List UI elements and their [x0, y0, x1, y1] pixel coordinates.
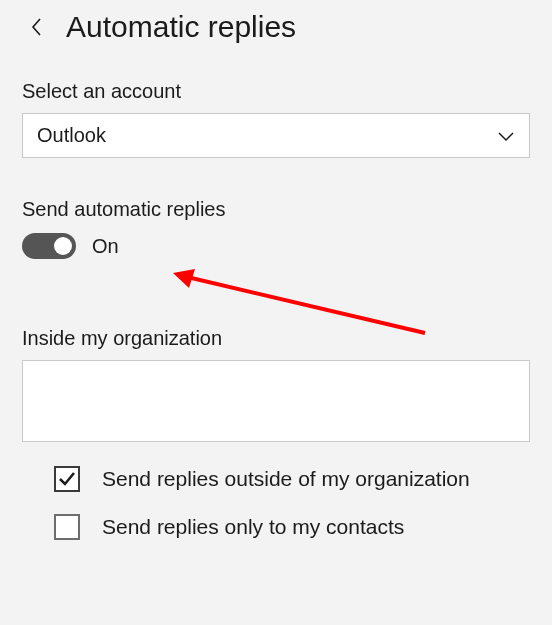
- toggle-knob: [54, 237, 72, 255]
- send-auto-replies-label: Send automatic replies: [22, 198, 530, 221]
- send-outside-label: Send replies outside of my organization: [102, 464, 470, 494]
- select-account-label: Select an account: [22, 80, 530, 103]
- back-button[interactable]: [22, 12, 52, 42]
- account-select-value: Outlook: [37, 124, 106, 147]
- checkmark-icon: [58, 470, 76, 488]
- account-select[interactable]: Outlook: [22, 113, 530, 158]
- contacts-only-checkbox[interactable]: [54, 514, 80, 540]
- contacts-only-label: Send replies only to my contacts: [102, 512, 404, 542]
- page-title: Automatic replies: [66, 10, 296, 44]
- send-outside-checkbox[interactable]: [54, 466, 80, 492]
- inside-org-label: Inside my organization: [22, 327, 530, 350]
- inside-org-textarea[interactable]: [22, 360, 530, 442]
- chevron-left-icon: [30, 17, 44, 37]
- toggle-state-text: On: [92, 235, 119, 258]
- chevron-down-icon: [497, 130, 515, 142]
- send-auto-replies-toggle[interactable]: [22, 233, 76, 259]
